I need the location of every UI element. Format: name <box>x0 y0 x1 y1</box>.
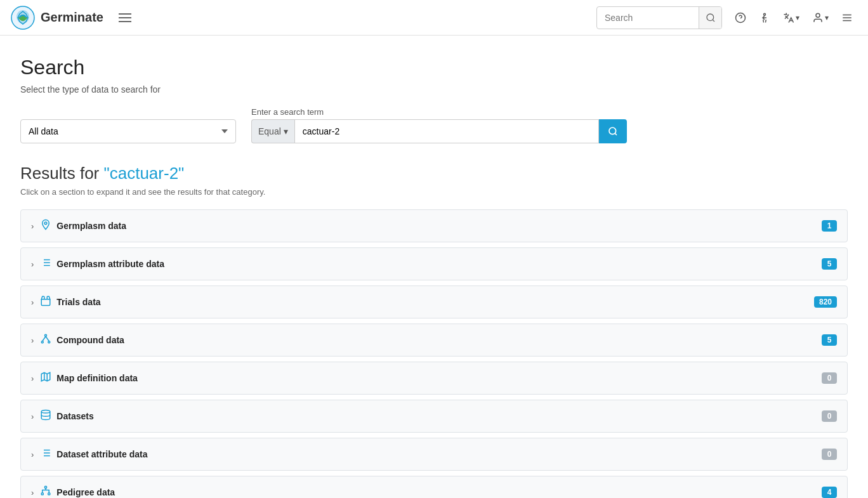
section-label-germplasm-attr: Germplasm attribute data <box>56 259 822 269</box>
badge-trials: 820 <box>814 296 837 308</box>
chevron-icon-germplasm-attr: › <box>31 259 34 269</box>
svg-point-19 <box>42 341 44 343</box>
svg-line-22 <box>46 336 49 341</box>
navbar-search-button[interactable] <box>699 7 721 29</box>
svg-point-10 <box>609 128 616 134</box>
hamburger-menu-icon[interactable] <box>114 8 136 27</box>
operator-label: Equal <box>258 126 281 136</box>
section-header-map: › Map definition data 0 <box>21 362 847 394</box>
badge-germplasm: 1 <box>822 220 837 232</box>
brand-logo <box>10 5 36 30</box>
section-header-germplasm-attr: › Germplasm attribute data 5 <box>21 248 847 280</box>
section-label-pedigree: Pedigree data <box>56 487 822 497</box>
section-label-germplasm: Germplasm data <box>56 221 822 231</box>
page-subtitle: Select the type of data to search for <box>20 84 848 95</box>
search-form: All data Germplasm data Germplasm attrib… <box>20 107 848 143</box>
trials-icon <box>40 295 51 309</box>
svg-point-5 <box>764 13 766 15</box>
user-icon <box>812 12 824 23</box>
operator-dropdown[interactable]: Equal ▾ <box>251 119 294 143</box>
navbar-actions: ▾ ▾ <box>730 7 858 29</box>
navbar-search-input[interactable] <box>597 13 699 23</box>
operator-arrow: ▾ <box>284 126 288 136</box>
navbar: Germinate ▾ <box>0 0 868 36</box>
results-prefix: Results for <box>20 164 99 183</box>
section-label-datasets: Datasets <box>56 411 822 421</box>
data-type-select[interactable]: All data Germplasm data Germplasm attrib… <box>20 119 236 143</box>
help-icon <box>735 12 746 23</box>
page-title: Search <box>20 56 848 79</box>
svg-marker-23 <box>42 372 51 381</box>
result-section-compound[interactable]: › Compound data 5 <box>20 324 848 357</box>
brand-link[interactable]: Germinate <box>10 5 103 30</box>
accessibility-icon <box>759 12 770 23</box>
menu-icon <box>841 12 853 23</box>
main-content: Search Select the type of data to search… <box>0 36 868 498</box>
search-icon <box>706 13 716 23</box>
section-header-germplasm: › Germplasm data 1 <box>21 210 847 242</box>
svg-point-6 <box>816 13 820 17</box>
chevron-icon-dataset-attr: › <box>31 450 34 459</box>
svg-rect-33 <box>42 493 44 495</box>
svg-point-2 <box>707 14 714 21</box>
result-sections-list: › Germplasm data 1 › <box>20 209 848 498</box>
user-button[interactable]: ▾ <box>807 7 834 29</box>
svg-point-26 <box>42 410 51 414</box>
svg-rect-34 <box>48 493 50 495</box>
section-header-trials: › Trials data 820 <box>21 286 847 318</box>
section-header-compound: › Compound data 5 <box>21 324 847 356</box>
chevron-icon-compound: › <box>31 336 34 345</box>
germplasm-icon <box>40 219 51 233</box>
datasets-icon <box>40 409 51 423</box>
germplasm-attr-icon <box>40 257 51 271</box>
brand-name: Germinate <box>41 10 103 25</box>
search-term-form-group: Enter a search term Equal ▾ <box>251 107 627 143</box>
section-header-datasets: › Datasets 0 <box>21 400 847 432</box>
search-submit-icon <box>608 126 618 136</box>
dataset-attr-icon <box>40 447 51 461</box>
chevron-icon-datasets: › <box>31 412 34 421</box>
help-button[interactable] <box>730 7 751 29</box>
search-term-label: Enter a search term <box>251 107 627 117</box>
section-label-dataset-attr: Dataset attribute data <box>56 449 822 459</box>
translate-icon <box>783 12 794 23</box>
search-term-group: Equal ▾ <box>251 119 627 143</box>
result-section-datasets[interactable]: › Datasets 0 <box>20 400 848 433</box>
result-section-pedigree[interactable]: › Pedigree data 4 <box>20 476 848 498</box>
result-section-germplasm-attr[interactable]: › Germplasm attribute data 5 <box>20 247 848 280</box>
pedigree-icon <box>40 485 51 498</box>
data-type-group: All data Germplasm data Germplasm attrib… <box>20 119 236 143</box>
svg-point-18 <box>45 334 47 336</box>
badge-pedigree: 4 <box>822 487 837 498</box>
svg-point-20 <box>48 341 50 343</box>
results-heading: Results for "cactuar-2" <box>20 164 848 183</box>
global-menu-button[interactable] <box>836 7 858 29</box>
chevron-icon-map: › <box>31 374 34 383</box>
section-label-map: Map definition data <box>56 373 822 383</box>
section-label-compound: Compound data <box>56 335 822 345</box>
results-query: "cactuar-2" <box>104 164 185 183</box>
svg-rect-32 <box>45 487 47 488</box>
chevron-icon-germplasm: › <box>31 221 34 231</box>
result-section-dataset-attr[interactable]: › Dataset attribute data 0 <box>20 438 848 471</box>
result-section-trials[interactable]: › Trials data 820 <box>20 285 848 318</box>
svg-line-21 <box>43 336 46 341</box>
result-section-germplasm[interactable]: › Germplasm data 1 <box>20 209 848 242</box>
chevron-icon-trials: › <box>31 298 34 307</box>
section-header-pedigree: › Pedigree data 4 <box>21 476 847 498</box>
compound-icon <box>40 333 51 347</box>
section-label-trials: Trials data <box>56 297 814 307</box>
badge-datasets: 0 <box>822 410 837 422</box>
badge-dataset-attr: 0 <box>822 449 837 460</box>
results-hint: Click on a section to expand it and see … <box>20 187 848 197</box>
map-icon <box>40 371 51 385</box>
search-term-input[interactable] <box>294 119 599 143</box>
badge-map: 0 <box>822 372 837 384</box>
search-submit-button[interactable] <box>599 119 627 143</box>
navbar-search <box>596 6 722 29</box>
badge-compound: 5 <box>822 334 837 346</box>
section-header-dataset-attr: › Dataset attribute data 0 <box>21 438 847 470</box>
accessibility-button[interactable] <box>754 7 775 29</box>
translate-button[interactable]: ▾ <box>778 7 805 29</box>
result-section-map[interactable]: › Map definition data 0 <box>20 362 848 395</box>
